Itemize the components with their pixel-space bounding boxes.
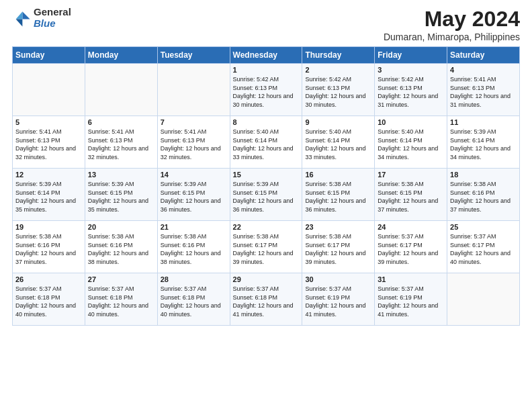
day-number: 14 <box>161 171 227 179</box>
calendar-cell: 24Sunrise: 5:37 AM Sunset: 6:17 PM Dayli… <box>375 221 447 273</box>
day-info: Sunrise: 5:40 AM Sunset: 6:14 PM Dayligh… <box>305 128 371 161</box>
calendar-cell: 30Sunrise: 5:37 AM Sunset: 6:19 PM Dayli… <box>302 273 375 326</box>
calendar-cell: 14Sunrise: 5:39 AM Sunset: 6:15 PM Dayli… <box>157 169 230 221</box>
day-info: Sunrise: 5:37 AM Sunset: 6:17 PM Dayligh… <box>378 232 444 266</box>
calendar-cell: 11Sunrise: 5:39 AM Sunset: 6:14 PM Dayli… <box>447 116 520 169</box>
day-info: Sunrise: 5:37 AM Sunset: 6:18 PM Dayligh… <box>88 285 154 318</box>
day-number: 16 <box>305 171 371 179</box>
day-info: Sunrise: 5:39 AM Sunset: 6:15 PM Dayligh… <box>88 180 154 214</box>
svg-marker-2 <box>16 19 23 26</box>
calendar-cell: 26Sunrise: 5:37 AM Sunset: 6:18 PM Dayli… <box>13 273 85 326</box>
calendar-cell: 5Sunrise: 5:41 AM Sunset: 6:13 PM Daylig… <box>13 116 85 169</box>
day-info: Sunrise: 5:42 AM Sunset: 6:13 PM Dayligh… <box>305 75 371 109</box>
day-info: Sunrise: 5:37 AM Sunset: 6:19 PM Dayligh… <box>305 285 371 318</box>
day-number: 25 <box>450 223 517 231</box>
week-row-1: 1Sunrise: 5:42 AM Sunset: 6:13 PM Daylig… <box>13 64 520 116</box>
calendar-cell: 3Sunrise: 5:42 AM Sunset: 6:13 PM Daylig… <box>375 64 447 116</box>
day-number: 17 <box>378 171 444 179</box>
day-info: Sunrise: 5:42 AM Sunset: 6:13 PM Dayligh… <box>378 75 444 109</box>
day-info: Sunrise: 5:37 AM Sunset: 6:19 PM Dayligh… <box>378 285 444 318</box>
day-info: Sunrise: 5:38 AM Sunset: 6:15 PM Dayligh… <box>305 180 371 214</box>
day-info: Sunrise: 5:41 AM Sunset: 6:13 PM Dayligh… <box>88 128 154 161</box>
day-number: 24 <box>378 223 444 231</box>
calendar-cell: 10Sunrise: 5:40 AM Sunset: 6:14 PM Dayli… <box>375 116 447 169</box>
day-info: Sunrise: 5:37 AM Sunset: 6:18 PM Dayligh… <box>233 285 300 318</box>
day-info: Sunrise: 5:39 AM Sunset: 6:15 PM Dayligh… <box>161 180 227 214</box>
day-number: 4 <box>450 66 517 74</box>
day-info: Sunrise: 5:41 AM Sunset: 6:13 PM Dayligh… <box>161 128 227 161</box>
calendar-cell: 20Sunrise: 5:38 AM Sunset: 6:16 PM Dayli… <box>85 221 157 273</box>
calendar-cell: 4Sunrise: 5:41 AM Sunset: 6:13 PM Daylig… <box>447 64 520 116</box>
day-number: 27 <box>88 275 154 283</box>
svg-marker-1 <box>16 11 23 19</box>
day-number: 5 <box>15 118 82 126</box>
calendar-cell <box>13 64 85 116</box>
title-block: May 2024 Dumaran, Mimaropa, Philippines <box>384 7 520 42</box>
day-number: 23 <box>305 223 371 231</box>
calendar-cell: 13Sunrise: 5:39 AM Sunset: 6:15 PM Dayli… <box>85 169 157 221</box>
week-row-5: 26Sunrise: 5:37 AM Sunset: 6:18 PM Dayli… <box>13 273 520 326</box>
day-info: Sunrise: 5:37 AM Sunset: 6:18 PM Dayligh… <box>15 285 82 318</box>
weekday-header-row: SundayMondayTuesdayWednesdayThursdayFrid… <box>13 47 520 64</box>
calendar-cell: 2Sunrise: 5:42 AM Sunset: 6:13 PM Daylig… <box>302 64 375 116</box>
day-info: Sunrise: 5:39 AM Sunset: 6:14 PM Dayligh… <box>450 128 517 161</box>
calendar-cell: 1Sunrise: 5:42 AM Sunset: 6:13 PM Daylig… <box>230 64 302 116</box>
calendar-cell: 28Sunrise: 5:37 AM Sunset: 6:18 PM Dayli… <box>157 273 230 326</box>
day-number: 15 <box>233 171 300 179</box>
day-number: 12 <box>15 171 82 179</box>
calendar-cell: 7Sunrise: 5:41 AM Sunset: 6:13 PM Daylig… <box>157 116 230 169</box>
calendar-cell: 22Sunrise: 5:38 AM Sunset: 6:17 PM Dayli… <box>230 221 302 273</box>
day-number: 3 <box>378 66 444 74</box>
day-info: Sunrise: 5:41 AM Sunset: 6:13 PM Dayligh… <box>450 75 517 109</box>
day-info: Sunrise: 5:40 AM Sunset: 6:14 PM Dayligh… <box>233 128 300 161</box>
day-number: 19 <box>15 223 82 231</box>
day-info: Sunrise: 5:38 AM Sunset: 6:15 PM Dayligh… <box>378 180 444 214</box>
calendar-cell: 17Sunrise: 5:38 AM Sunset: 6:15 PM Dayli… <box>375 169 447 221</box>
weekday-header-thursday: Thursday <box>302 47 375 64</box>
header: General Blue May 2024 Dumaran, Mimaropa,… <box>12 7 520 42</box>
weekday-header-friday: Friday <box>375 47 447 64</box>
day-number: 28 <box>161 275 227 283</box>
day-info: Sunrise: 5:38 AM Sunset: 6:17 PM Dayligh… <box>233 232 300 266</box>
weekday-header-tuesday: Tuesday <box>157 47 230 64</box>
calendar-cell: 12Sunrise: 5:39 AM Sunset: 6:14 PM Dayli… <box>13 169 85 221</box>
calendar-cell: 8Sunrise: 5:40 AM Sunset: 6:14 PM Daylig… <box>230 116 302 169</box>
day-number: 30 <box>305 275 371 283</box>
day-number: 20 <box>88 223 154 231</box>
weekday-header-sunday: Sunday <box>13 47 85 64</box>
day-info: Sunrise: 5:38 AM Sunset: 6:16 PM Dayligh… <box>161 232 227 266</box>
calendar-cell: 19Sunrise: 5:38 AM Sunset: 6:16 PM Dayli… <box>13 221 85 273</box>
day-number: 29 <box>233 275 300 283</box>
calendar-cell: 18Sunrise: 5:38 AM Sunset: 6:16 PM Dayli… <box>447 169 520 221</box>
day-number: 18 <box>450 171 517 179</box>
calendar-cell <box>157 64 230 116</box>
day-info: Sunrise: 5:41 AM Sunset: 6:13 PM Dayligh… <box>15 128 82 161</box>
calendar-cell: 16Sunrise: 5:38 AM Sunset: 6:15 PM Dayli… <box>302 169 375 221</box>
week-row-3: 12Sunrise: 5:39 AM Sunset: 6:14 PM Dayli… <box>13 169 520 221</box>
day-info: Sunrise: 5:38 AM Sunset: 6:17 PM Dayligh… <box>305 232 371 266</box>
day-number: 31 <box>378 275 444 283</box>
day-number: 26 <box>15 275 82 283</box>
logo: General Blue <box>12 7 71 29</box>
calendar-cell: 6Sunrise: 5:41 AM Sunset: 6:13 PM Daylig… <box>85 116 157 169</box>
calendar-cell: 9Sunrise: 5:40 AM Sunset: 6:14 PM Daylig… <box>302 116 375 169</box>
day-info: Sunrise: 5:37 AM Sunset: 6:18 PM Dayligh… <box>161 285 227 318</box>
location: Dumaran, Mimaropa, Philippines <box>384 32 520 42</box>
weekday-header-saturday: Saturday <box>447 47 520 64</box>
day-number: 7 <box>161 118 227 126</box>
calendar-cell: 29Sunrise: 5:37 AM Sunset: 6:18 PM Dayli… <box>230 273 302 326</box>
day-number: 10 <box>378 118 444 126</box>
calendar-cell: 23Sunrise: 5:38 AM Sunset: 6:17 PM Dayli… <box>302 221 375 273</box>
day-number: 8 <box>233 118 300 126</box>
calendar-cell: 25Sunrise: 5:37 AM Sunset: 6:17 PM Dayli… <box>447 221 520 273</box>
day-number: 21 <box>161 223 227 231</box>
day-info: Sunrise: 5:38 AM Sunset: 6:16 PM Dayligh… <box>450 180 517 214</box>
calendar-cell: 31Sunrise: 5:37 AM Sunset: 6:19 PM Dayli… <box>375 273 447 326</box>
day-info: Sunrise: 5:39 AM Sunset: 6:14 PM Dayligh… <box>15 180 82 214</box>
weekday-header-monday: Monday <box>85 47 157 64</box>
calendar-cell: 21Sunrise: 5:38 AM Sunset: 6:16 PM Dayli… <box>157 221 230 273</box>
week-row-4: 19Sunrise: 5:38 AM Sunset: 6:16 PM Dayli… <box>13 221 520 273</box>
logo-blue-text: Blue <box>34 17 56 29</box>
page: General Blue May 2024 Dumaran, Mimaropa,… <box>0 0 532 411</box>
day-number: 13 <box>88 171 154 179</box>
